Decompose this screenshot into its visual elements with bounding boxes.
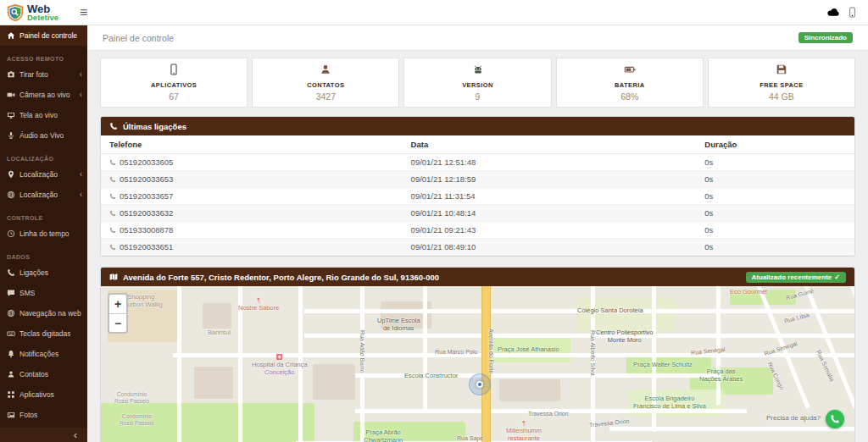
- call-duration: 0s: [696, 205, 854, 222]
- sidebar-item-painel[interactable]: Painel de controle: [0, 25, 87, 46]
- brand-name: Web Detetive: [27, 3, 58, 22]
- map-label-restaurant: ¶Nostre Sabore: [238, 297, 279, 312]
- stat-card-aplicativos: APLICATIVOS 67: [100, 58, 248, 108]
- microphone-icon: [7, 131, 15, 140]
- call-date: 09/01/21 12:51:48: [403, 154, 697, 171]
- map-label: Praça das Nações Árabes: [699, 367, 743, 383]
- restaurant-icon: ¶: [257, 297, 260, 303]
- last-calls-panel: Últimas ligações Telefone Data Duração 0…: [100, 116, 855, 257]
- chevron-left-icon: ‹: [80, 191, 82, 199]
- map-road: [609, 427, 854, 431]
- column-header-telefone: Telefone: [101, 135, 403, 154]
- call-date: 09/01/21 11:31:54: [403, 188, 697, 205]
- sidebar-item-localizacao-globe[interactable]: Localização ‹: [0, 185, 87, 205]
- sidebar-item-navegacao-web[interactable]: Navegação na web: [0, 303, 87, 323]
- sidebar-item-ligacoes[interactable]: Ligações: [0, 262, 87, 283]
- call-duration: 0s: [696, 188, 854, 205]
- sidebar-item-tela-ao-vivo[interactable]: Tela ao vivo: [0, 105, 87, 125]
- table-row: 051933008878 09/01/21 09:21:43 0s: [101, 222, 854, 239]
- stat-card-bateria: BATERIA 68%: [556, 58, 704, 108]
- sidebar-item-localizacao-pin[interactable]: Localização ‹: [0, 164, 87, 185]
- chevron-left-icon: ‹: [80, 91, 82, 99]
- map-building: [499, 379, 560, 401]
- call-phone: 051920033657: [120, 191, 173, 201]
- map-building: [203, 303, 231, 329]
- zoom-in-button[interactable]: +: [109, 295, 126, 313]
- dashboard-content: APLICATIVOS 67 CONTATOS 3427 VERSION 9 B…: [87, 51, 868, 442]
- sidebar-item-camera-ao-vivo[interactable]: Câmera ao vivo ‹: [0, 85, 87, 105]
- calls-table: Telefone Data Duração 051920033605 09/01…: [101, 135, 854, 256]
- phone-icon: [109, 122, 118, 130]
- last-calls-header: Últimas ligações: [101, 117, 854, 135]
- sidebar-item-contatos[interactable]: Contatos: [0, 364, 87, 384]
- map-label: Escola Brigadeiro Francisco de Lima e Si…: [633, 395, 706, 410]
- brand-logo[interactable]: Web Detetive: [0, 3, 75, 22]
- sidebar-collapse-button[interactable]: ‹: [0, 428, 87, 442]
- header-actions: [826, 6, 868, 19]
- stat-label: VERSION: [404, 81, 550, 89]
- brand-detetive: Detetive: [27, 14, 58, 22]
- call-phone: 051933008878: [120, 225, 173, 235]
- sidebar-item-label: Notificações: [19, 350, 58, 358]
- cloud-icon[interactable]: [826, 6, 839, 19]
- map-label: Travessa Orion: [528, 411, 569, 417]
- call-phone: 051920033632: [120, 208, 173, 218]
- sidebar-item-sms[interactable]: SMS: [0, 283, 87, 303]
- sidebar-item-label: Áudio ao Vivo: [19, 131, 64, 140]
- breadcrumb: Painel de controle: [103, 33, 174, 43]
- sidebar-item-notificacoes[interactable]: Notificações: [0, 344, 87, 364]
- breadcrumb-bar: Painel de controle Sincronizado: [87, 25, 868, 51]
- sidebar-item-linha-do-tempo[interactable]: Linha do tempo: [0, 224, 87, 244]
- check-icon: ✓: [834, 273, 840, 281]
- sidebar-section-localizacao: LOCALIZAÇÃO: [0, 146, 87, 164]
- sidebar-item-tirar-foto[interactable]: Tirar foto ‹: [0, 64, 87, 85]
- video-camera-icon: [7, 91, 15, 99]
- clock-icon: [7, 229, 15, 238]
- whatsapp-button[interactable]: [826, 410, 844, 428]
- camera-icon: [7, 70, 15, 79]
- sidebar-item-label: Tela ao vivo: [19, 111, 58, 119]
- zoom-out-button[interactable]: −: [109, 313, 126, 332]
- calls-table-header-row: Telefone Data Duração: [101, 135, 854, 154]
- column-header-duracao: Duração: [696, 135, 854, 154]
- map-address: Avenida do Forte 557, Cristo Redentor, P…: [123, 273, 439, 282]
- globe-icon: [7, 191, 15, 199]
- map-building: [194, 367, 233, 399]
- bell-icon: [7, 350, 15, 358]
- sync-status-badge: Sincronizado: [798, 32, 853, 43]
- column-header-data: Data: [403, 135, 697, 154]
- app-window: Web Detetive ≡ Painel de controle ACESSO…: [0, 0, 868, 442]
- sidebar-item-audio-ao-vivo[interactable]: Áudio ao Vivo: [0, 125, 87, 146]
- chevron-left-icon: ‹: [80, 70, 82, 79]
- hamburger-menu-icon[interactable]: ≡: [80, 6, 87, 19]
- android-icon: [472, 64, 484, 75]
- keyboard-icon: [7, 329, 15, 338]
- sidebar-item-aplicativos[interactable]: Aplicativos: [0, 384, 87, 405]
- stat-label: BATERIA: [557, 81, 703, 89]
- map-label: Avenida do Forte: [487, 329, 494, 373]
- stat-label: CONTATOS: [253, 81, 398, 89]
- call-duration: 0s: [696, 171, 854, 188]
- sidebar-item-teclas-digitadas[interactable]: Teclas digitadas: [0, 323, 87, 344]
- map-label: Praça Walter Schultz: [633, 361, 693, 368]
- location-marker: [469, 373, 491, 395]
- map-label-restaurant: ¶Millenihumm restaurante: [506, 420, 542, 442]
- map-label: Rua Marco Polo: [435, 349, 477, 356]
- map-road: [847, 286, 854, 396]
- map-canvas[interactable]: Shopping Bourbon Wallig ¶Nostre Sabore U…: [101, 286, 854, 442]
- call-duration: 0s: [696, 222, 854, 239]
- sidebar-item-label: Localização: [19, 170, 58, 179]
- call-date: 09/01/21 08:49:10: [403, 239, 697, 256]
- device-icon[interactable]: [847, 7, 858, 18]
- map-label: Centro Poliesportivo Monte Moro: [596, 329, 654, 344]
- map-label: Escola Constructor: [404, 372, 458, 379]
- call-phone: 051920033653: [120, 174, 173, 184]
- apps-grid-icon: [7, 390, 15, 399]
- screen-icon: [7, 111, 15, 119]
- contacts-icon: [7, 370, 15, 378]
- stat-card-free-space: FREE SPACE 44 GB: [708, 58, 855, 108]
- help-text: Precisa de ajuda?: [766, 414, 821, 422]
- restaurant-icon: ¶: [522, 420, 526, 426]
- map-label: Rua Sapé: [457, 435, 483, 442]
- sidebar-item-fotos[interactable]: Fotos: [0, 405, 87, 425]
